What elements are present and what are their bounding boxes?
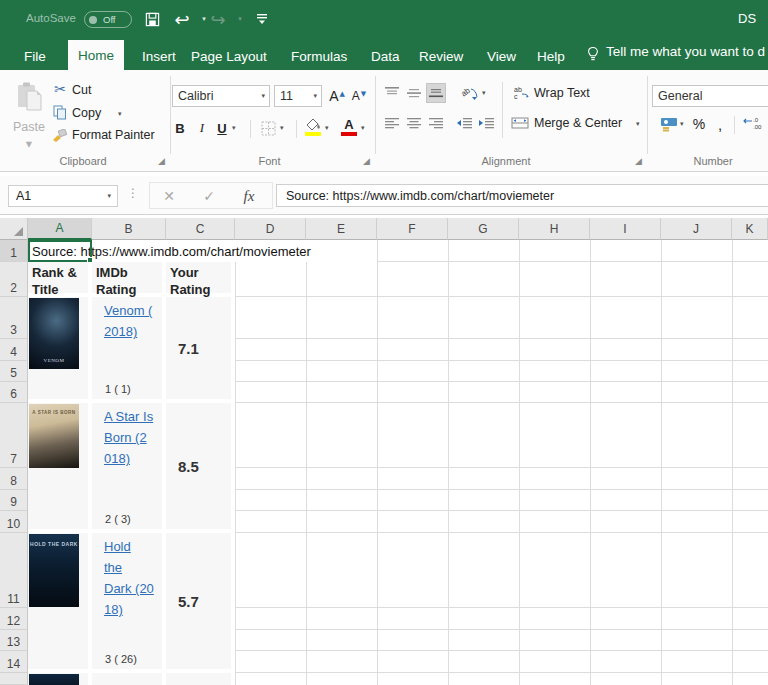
chevron-down-icon[interactable]: ▾ <box>107 192 117 200</box>
decrease-decimal-icon[interactable]: .0 .00 <box>742 114 768 134</box>
align-right-icon[interactable] <box>426 114 446 132</box>
row-header-11[interactable]: 11 <box>0 533 28 608</box>
column-header-i[interactable]: I <box>590 218 661 240</box>
tab-help[interactable]: Help <box>529 44 573 68</box>
format-painter-button[interactable]: Format Painter <box>72 128 155 142</box>
accounting-format-icon[interactable] <box>658 114 680 134</box>
row-header-8[interactable]: 8 <box>0 468 28 490</box>
row-header-5[interactable]: 5 <box>0 361 28 382</box>
movie-title-link[interactable]: A Star Is Born (2 018) <box>92 403 162 469</box>
undo-icon[interactable]: ↩ <box>172 10 192 28</box>
accounting-dropdown-caret-icon[interactable]: ▾ <box>680 120 684 128</box>
row-header-13[interactable]: 13 <box>0 630 28 651</box>
row-header-14[interactable]: 14 <box>0 651 28 673</box>
customize-quick-access-icon[interactable] <box>252 10 272 28</box>
row-header-12[interactable]: 12 <box>0 608 28 630</box>
autosave-toggle[interactable]: Off <box>84 11 132 28</box>
tab-file[interactable]: File <box>16 44 54 68</box>
column-header-a[interactable]: A <box>28 218 92 240</box>
row-header-7[interactable]: 7 <box>0 403 28 468</box>
cut-button[interactable]: Cut <box>72 83 91 97</box>
copy-button[interactable]: Copy <box>72 106 101 120</box>
font-dialog-launcher-icon[interactable]: ◢ <box>363 156 373 166</box>
name-box[interactable]: A1 ▾ <box>8 185 118 207</box>
select-all-corner[interactable] <box>0 218 28 240</box>
tab-data[interactable]: Data <box>363 44 408 68</box>
column-header-j[interactable]: J <box>661 218 732 240</box>
fill-handle[interactable] <box>87 257 93 263</box>
table-header-cell-your-rating[interactable]: Your Rating <box>166 262 231 293</box>
tab-review[interactable]: Review <box>411 44 471 68</box>
row-header-4[interactable]: 4 <box>0 339 28 361</box>
borders-dropdown-caret-icon[interactable]: ▾ <box>280 124 284 132</box>
table-row-partial[interactable] <box>92 673 162 685</box>
copy-dropdown-caret-icon[interactable]: ▾ <box>118 110 122 118</box>
column-header-e[interactable]: E <box>306 218 377 240</box>
number-format-combobox[interactable]: General <box>652 85 768 107</box>
row-header-6[interactable]: 6 <box>0 382 28 403</box>
bold-button[interactable]: B <box>170 118 190 138</box>
save-icon[interactable] <box>142 10 162 28</box>
merge-center-dropdown-caret-icon[interactable]: ▾ <box>636 120 640 128</box>
font-color-dropdown-caret-icon[interactable]: ▾ <box>361 124 365 132</box>
paste-button[interactable] <box>12 78 46 118</box>
table-row[interactable]: Venom ( 2018) 1 ( 1) <box>92 297 162 399</box>
column-header-h[interactable]: H <box>519 218 590 240</box>
align-left-icon[interactable] <box>382 114 402 132</box>
tab-home[interactable]: Home <box>68 40 124 70</box>
font-name-combobox[interactable]: Calibri ▾ <box>172 85 270 107</box>
table-row-partial[interactable] <box>166 673 231 685</box>
insert-function-icon[interactable]: fx <box>232 186 266 206</box>
table-row[interactable]: A Star Is Born (2 018) 2 ( 3) <box>92 403 162 529</box>
tab-formulas[interactable]: Formulas <box>283 44 355 68</box>
orientation-dropdown-caret-icon[interactable]: ▾ <box>482 89 486 97</box>
merge-center-button[interactable]: Merge & Center <box>534 116 622 130</box>
formula-input[interactable]: Source: https://www.imdb.com/chart/movie… <box>276 184 768 207</box>
redo-dropdown-caret-icon[interactable]: ▾ <box>230 10 250 28</box>
decrease-font-size-icon[interactable]: A ▼ <box>348 85 370 107</box>
cut-icon[interactable]: ✂ <box>52 81 68 97</box>
wrap-text-button[interactable]: Wrap Text <box>534 86 590 100</box>
increase-indent-icon[interactable] <box>476 114 496 132</box>
redo-icon[interactable]: ↪ <box>208 10 228 28</box>
tab-insert[interactable]: Insert <box>134 44 184 68</box>
align-top-icon[interactable] <box>382 84 402 102</box>
column-header-f[interactable]: F <box>377 218 448 240</box>
font-color-icon[interactable]: A <box>338 116 360 138</box>
column-header-g[interactable]: G <box>448 218 519 240</box>
table-header-cell-rank-title[interactable]: Rank & Title <box>28 262 88 293</box>
table-row[interactable]: HOLD THE DARK <box>28 533 88 669</box>
tab-page-layout[interactable]: Page Layout <box>183 44 275 68</box>
underline-button[interactable]: U <box>212 118 232 138</box>
align-middle-icon[interactable] <box>404 84 424 102</box>
column-header-d[interactable]: D <box>235 218 306 240</box>
comma-style-button[interactable]: , <box>712 114 728 134</box>
row-header-2[interactable]: 2 <box>0 262 28 297</box>
table-row-partial[interactable] <box>28 673 88 685</box>
orientation-icon[interactable]: ab <box>460 84 480 102</box>
row-header-10[interactable]: 10 <box>0 511 28 533</box>
column-header-k[interactable]: K <box>732 218 768 240</box>
fill-color-dropdown-caret-icon[interactable]: ▾ <box>325 124 329 132</box>
movie-title-link[interactable]: Venom ( 2018) <box>92 297 162 342</box>
row-header-3[interactable]: 3 <box>0 297 28 339</box>
formula-bar-drag-handle[interactable]: ⋮ <box>127 186 139 200</box>
row-header-9[interactable]: 9 <box>0 490 28 511</box>
decrease-indent-icon[interactable] <box>454 114 474 132</box>
alignment-dialog-launcher-icon[interactable]: ◢ <box>635 156 645 166</box>
movie-title-link[interactable]: Hold the Dark (20 18) <box>92 533 162 620</box>
clipboard-dialog-launcher-icon[interactable]: ◢ <box>158 156 168 166</box>
align-bottom-icon[interactable] <box>426 83 446 103</box>
wrap-text-icon[interactable]: ab c <box>512 83 532 103</box>
column-header-b[interactable]: B <box>92 218 166 240</box>
italic-button[interactable]: I <box>192 118 212 138</box>
percent-style-button[interactable]: % <box>690 114 708 134</box>
underline-dropdown-caret-icon[interactable]: ▾ <box>232 124 236 132</box>
row-header-1[interactable]: 1 <box>0 240 28 262</box>
movie-imdb-rating[interactable]: 5.7 <box>166 533 231 669</box>
enter-icon[interactable]: ✓ <box>192 186 226 206</box>
align-center-icon[interactable] <box>404 114 424 132</box>
copy-icon[interactable] <box>52 104 68 120</box>
cancel-icon[interactable]: ✕ <box>152 186 186 206</box>
tell-me-search[interactable]: Tell me what you want to d <box>606 44 765 59</box>
